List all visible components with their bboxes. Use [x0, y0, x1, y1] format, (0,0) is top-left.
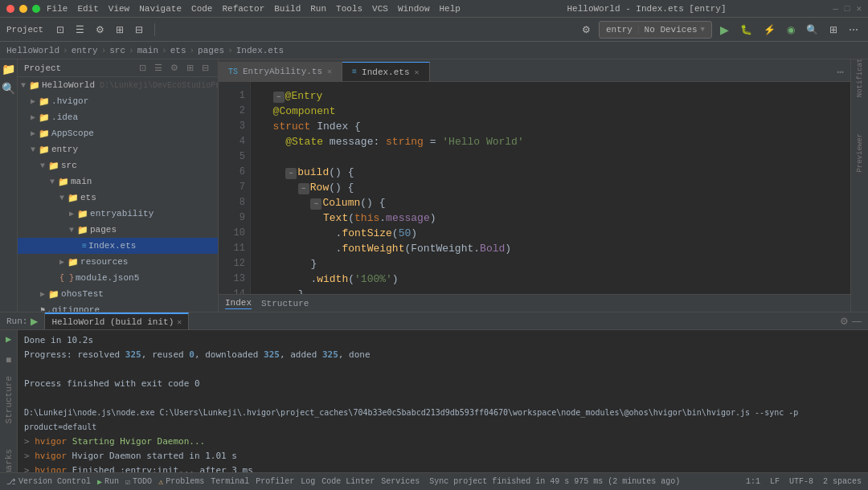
search-activity-icon[interactable]: 🔍: [2, 82, 15, 95]
tab-close-entryability[interactable]: ✕: [327, 67, 332, 76]
code-content[interactable]: −@Entry @Component struct Index { @State…: [251, 82, 850, 294]
maximize-button[interactable]: [32, 5, 40, 13]
bottom-run-btn[interactable]: ▶: [31, 316, 38, 327]
menu-edit[interactable]: Edit: [77, 4, 98, 14]
toolbar-expand-btn[interactable]: ⊞: [113, 22, 127, 37]
window-controls[interactable]: [6, 5, 40, 13]
bottom-settings-btn[interactable]: ⚙: [840, 316, 849, 327]
menu-file[interactable]: File: [47, 4, 68, 14]
structure-label[interactable]: Structure: [4, 376, 14, 423]
device-selector[interactable]: entry | No Devices ▼: [599, 21, 712, 39]
layout-btn[interactable]: ⊞: [826, 22, 841, 37]
tab-close-index[interactable]: ✕: [415, 67, 420, 77]
menu-view[interactable]: View: [108, 4, 129, 14]
tree-item-main[interactable]: ▼ 📁 main: [18, 174, 218, 190]
tree-item-idea[interactable]: ▶ 📁 .idea: [18, 109, 218, 125]
bottom-minimize-btn[interactable]: —: [852, 316, 862, 327]
notifications-panel-icon[interactable]: Notifications: [854, 63, 866, 76]
bookmarks-label[interactable]: Bookmarks: [4, 449, 14, 472]
breadcrumb-indexets[interactable]: Index.ets: [236, 46, 284, 55]
breadcrumb-app[interactable]: HelloWorld: [6, 46, 59, 55]
breadcrumb-ets[interactable]: ets: [170, 46, 186, 55]
bottom-stop-icon[interactable]: ■: [6, 355, 11, 366]
tree-item-appscope[interactable]: ▶ 📁 AppScope: [18, 125, 218, 141]
editor-footer-index[interactable]: Index: [225, 298, 252, 309]
status-position[interactable]: 1:1: [746, 477, 760, 486]
menu-run[interactable]: Run: [310, 4, 326, 14]
status-profiler[interactable]: Profiler: [256, 477, 294, 486]
tree-item-module-json5[interactable]: { } module.json5: [18, 270, 218, 286]
file-tree-content[interactable]: ▼ 📁 HelloWorld D:\Lunkeji\DevEcoStudioPr…: [18, 77, 218, 312]
profile-btn[interactable]: ⚡: [760, 22, 779, 37]
settings-button[interactable]: ⚙: [579, 22, 594, 37]
tree-item-entryability[interactable]: ▶ 📁 entryability: [18, 206, 218, 222]
tree-item-index-ets[interactable]: ≡ Index.ets: [18, 238, 218, 254]
breadcrumb-src[interactable]: src: [109, 46, 125, 55]
minimize-button[interactable]: [19, 5, 27, 13]
project-panel-icon[interactable]: 📁: [2, 63, 15, 76]
menu-window[interactable]: Window: [398, 4, 430, 14]
tree-sync-btn[interactable]: ⊡: [137, 62, 149, 74]
tree-item-helloworld[interactable]: ▼ 📁 HelloWorld D:\Lunkeji\DevEcoStudioPr…: [18, 77, 218, 93]
close-icon[interactable]: ✕: [856, 3, 862, 14]
status-encoding[interactable]: UTF-8: [789, 477, 813, 486]
tree-item-ohostest[interactable]: ▶ 📁 ohosTest: [18, 286, 218, 302]
run-button[interactable]: ▶: [717, 22, 732, 38]
status-terminal[interactable]: Terminal: [211, 477, 249, 486]
tab-more-button[interactable]: ⋯: [831, 62, 850, 81]
tree-item-pages[interactable]: ▼ 📁 pages: [18, 222, 218, 238]
breadcrumb-main[interactable]: main: [137, 46, 158, 55]
toolbar-collapse-btn[interactable]: ⊟: [132, 22, 146, 37]
status-todo[interactable]: ☑ TODO: [125, 477, 152, 487]
status-run-btn[interactable]: ▶ Run: [97, 477, 119, 487]
tree-item-gitignore1[interactable]: ⚑ .gitignore: [18, 302, 218, 312]
menu-refactor[interactable]: Refactor: [222, 4, 264, 14]
bottom-play-icon[interactable]: ▶: [6, 333, 11, 345]
coverage-btn[interactable]: ◉: [784, 22, 798, 37]
tree-collapse-btn[interactable]: ⊟: [199, 62, 211, 74]
menu-navigate[interactable]: Navigate: [139, 4, 182, 14]
breadcrumb-entry[interactable]: entry: [72, 46, 98, 55]
menu-help[interactable]: Help: [440, 4, 461, 14]
fold-btn-6[interactable]: −: [285, 168, 297, 179]
tree-item-src[interactable]: ▼ 📁 src: [18, 157, 218, 174]
tree-expand-btn[interactable]: ⊞: [184, 62, 196, 74]
tab-index-ets[interactable]: ≡ Index.ets ✕: [342, 62, 429, 81]
tree-item-ets[interactable]: ▼ 📁 ets: [18, 190, 218, 206]
build-tab-active[interactable]: HelloWorld (build init) ✕: [45, 312, 189, 329]
status-log[interactable]: Log: [301, 477, 315, 486]
toolbar-gear-btn[interactable]: ⚙: [92, 22, 108, 37]
tree-settings-btn[interactable]: ⚙: [168, 62, 181, 74]
status-code-linter[interactable]: Code Linter: [321, 477, 375, 486]
attach-debugger-btn[interactable]: 🐛: [737, 22, 755, 37]
tree-item-resources[interactable]: ▶ 📁 resources: [18, 254, 218, 270]
restore-icon[interactable]: □: [845, 4, 850, 14]
menu-tools[interactable]: Tools: [336, 4, 362, 14]
status-lf[interactable]: LF: [770, 477, 780, 486]
bottom-output[interactable]: Done in 10.2s Progress: resolved 325, re…: [18, 330, 868, 472]
menu-build[interactable]: Build: [274, 4, 301, 14]
build-tab-close[interactable]: ✕: [177, 317, 182, 327]
close-button[interactable]: [6, 5, 14, 13]
tree-list-btn[interactable]: ☰: [152, 62, 165, 74]
toolbar-list-btn[interactable]: ☰: [72, 22, 88, 37]
tree-item-entry[interactable]: ▼ 📁 entry: [18, 141, 218, 157]
status-problems[interactable]: ⚠ Problems: [158, 477, 204, 487]
fold-btn-8[interactable]: −: [310, 198, 321, 210]
fold-btn-7[interactable]: −: [298, 183, 309, 194]
minimize-icon[interactable]: —: [833, 4, 838, 14]
tab-entryability-ts[interactable]: TS EntryAbility.ts ✕: [219, 62, 342, 81]
status-indent[interactable]: 2 spaces: [823, 477, 862, 486]
editor-footer-structure[interactable]: Structure: [261, 299, 309, 308]
menu-vcs[interactable]: VCS: [372, 4, 388, 14]
status-services[interactable]: Services: [381, 477, 420, 486]
toolbar-sync-btn[interactable]: ⊡: [53, 22, 68, 37]
menu-code[interactable]: Code: [191, 4, 212, 14]
previewer-panel-icon[interactable]: Previewer: [854, 146, 866, 159]
more-btn[interactable]: ⋯: [845, 22, 862, 37]
breadcrumb-pages[interactable]: pages: [198, 46, 224, 55]
status-git[interactable]: ⎇ Version Control: [6, 477, 91, 487]
fold-btn-1[interactable]: −: [273, 92, 285, 103]
tree-item-hvigor[interactable]: ▶ 📁 .hvigor: [18, 93, 218, 109]
search-btn[interactable]: 🔍: [803, 22, 821, 37]
